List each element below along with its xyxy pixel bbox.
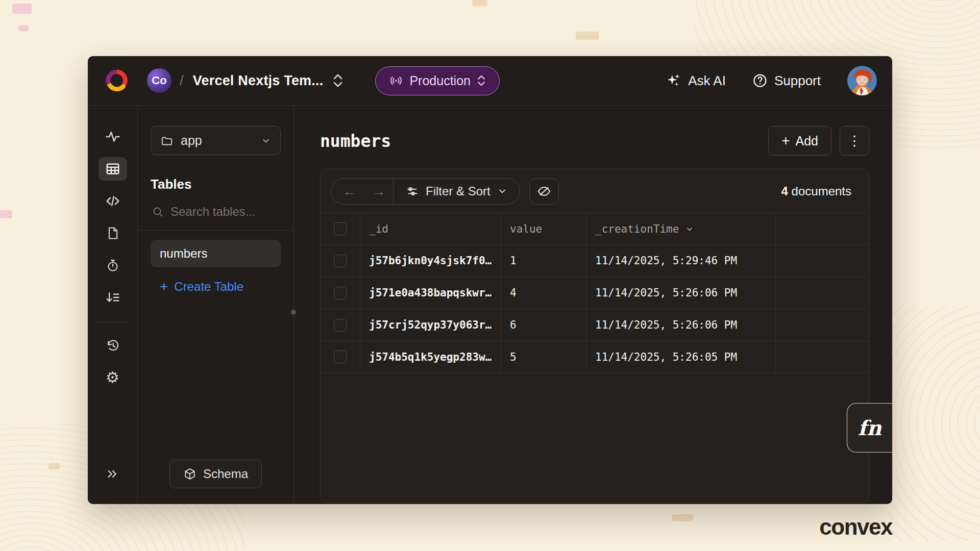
forward-arrow-icon: →	[372, 184, 385, 199]
column-header-creation-time[interactable]: _creationTime	[586, 213, 775, 244]
files-nav-file-icon[interactable]	[99, 221, 127, 245]
column-header-label: value	[510, 223, 542, 235]
cell-value[interactable]: 4	[501, 277, 586, 309]
history-nav-icon[interactable]	[99, 334, 127, 357]
expand-sidebar-button[interactable]	[99, 462, 127, 486]
history-filter-group: ← → Filter & Sort	[331, 178, 520, 205]
column-header-label: _creationTime	[595, 223, 679, 235]
cell-creation-time[interactable]: 11/14/2025, 5:26:06 PM	[586, 309, 775, 341]
table-item-label: numbers	[160, 246, 207, 260]
cube-icon	[183, 467, 197, 481]
schema-button[interactable]: Schema	[169, 460, 262, 488]
cell-id[interactable]: j574b5q1k5yegp283w…	[360, 341, 501, 372]
column-header-label: _id	[369, 223, 388, 235]
sort-chevron-down-icon[interactable]	[685, 224, 694, 234]
cell-creation-time[interactable]: 11/14/2025, 5:26:06 PM	[586, 277, 775, 309]
row-checkbox[interactable]	[334, 287, 347, 299]
project-switcher-chevrons-icon[interactable]	[332, 73, 344, 88]
table-row[interactable]: j57crj52qyp37y063r… 6 11/14/2025, 5:26:0…	[321, 309, 869, 341]
chevrons-up-down-icon	[477, 74, 486, 87]
component-selector-button[interactable]: app	[151, 126, 281, 155]
chevron-down-icon	[261, 136, 271, 146]
cell-id[interactable]: j57crj52qyp37y063r…	[360, 309, 501, 341]
kebab-icon: ⋮	[848, 133, 862, 149]
add-document-button[interactable]: + Add	[768, 126, 831, 156]
user-avatar-image	[847, 66, 877, 95]
support-label: Support	[774, 73, 821, 89]
hide-columns-button[interactable]	[529, 178, 559, 205]
breadcrumb-separator: /	[180, 72, 184, 89]
settings-gear-icon[interactable]: ⚙	[99, 366, 127, 389]
column-header-empty	[775, 213, 869, 244]
cell-creation-time[interactable]: 11/14/2025, 5:26:05 PM	[586, 341, 775, 372]
create-table-label: Create Table	[174, 280, 243, 294]
tables-heading: Tables	[151, 177, 281, 192]
help-circle-icon	[752, 73, 768, 88]
support-button[interactable]: Support	[752, 73, 821, 89]
sidebar-table-item-numbers[interactable]: numbers	[151, 240, 281, 267]
broadcast-icon	[389, 73, 403, 88]
data-nav-table-icon[interactable]	[99, 157, 127, 181]
chevrons-right-icon	[106, 467, 120, 481]
user-avatar[interactable]	[847, 66, 877, 95]
convex-logo-icon[interactable]	[103, 67, 130, 94]
column-header-id[interactable]: _id	[360, 213, 501, 244]
table-row[interactable]: j571e0a438bapqskwr… 4 11/14/2025, 5:26:0…	[321, 277, 869, 309]
documents-count-label: documents	[792, 184, 851, 198]
decorative-rect	[18, 26, 29, 31]
decorative-rect	[576, 32, 599, 40]
create-table-button[interactable]: + Create Table	[151, 273, 281, 300]
contour-pattern-right	[888, 306, 980, 541]
table-overflow-menu-button[interactable]: ⋮	[840, 126, 869, 156]
cell-empty	[775, 341, 869, 372]
decorative-rect	[12, 4, 32, 14]
deployment-label: Production	[409, 73, 471, 88]
table-row[interactable]: j574b5q1k5yegp283w… 5 11/14/2025, 5:26:0…	[321, 341, 869, 373]
fn-tab-label: fn	[858, 416, 881, 440]
filter-sort-label: Filter & Sort	[426, 184, 491, 198]
add-button-label: Add	[796, 134, 818, 148]
team-avatar-label: Co	[152, 74, 166, 87]
cell-empty	[775, 277, 869, 309]
component-selector-label: app	[181, 133, 202, 148]
functions-nav-code-icon[interactable]	[99, 189, 127, 213]
search-tables-input[interactable]: Search tables...	[151, 205, 281, 230]
eye-off-icon	[537, 184, 551, 198]
row-checkbox[interactable]	[334, 319, 347, 332]
cell-id[interactable]: j571e0a438bapqskwr…	[360, 277, 501, 309]
app-header: Co / Vercel Nextjs Tem... Production	[88, 56, 892, 106]
ask-ai-button[interactable]: Ask AI	[666, 73, 726, 89]
back-button[interactable]: ←	[331, 179, 364, 204]
plus-icon: +	[160, 280, 168, 294]
row-checkbox[interactable]	[334, 350, 347, 363]
documents-count: 4 documents	[781, 184, 859, 198]
cell-creation-time[interactable]: 11/14/2025, 5:29:46 PM	[586, 245, 775, 277]
select-all-checkbox[interactable]	[334, 222, 347, 235]
cell-empty	[775, 309, 869, 341]
team-avatar[interactable]: Co	[147, 68, 172, 93]
project-name[interactable]: Vercel Nextjs Tem...	[193, 73, 324, 89]
deployment-selector-button[interactable]: Production	[375, 66, 500, 95]
page-title: numbers	[320, 131, 391, 151]
search-icon	[152, 206, 164, 218]
decorative-rect	[472, 0, 487, 6]
filter-sort-button[interactable]: Filter & Sort	[394, 179, 520, 204]
column-header-value[interactable]: value	[501, 213, 586, 244]
forward-button[interactable]: →	[364, 179, 393, 204]
cell-id[interactable]: j57b6jkn0y4sjsk7f0…	[360, 245, 501, 277]
plus-icon: +	[781, 134, 790, 148]
table-row[interactable]: j57b6jkn0y4sjsk7f0… 1 11/14/2025, 5:29:4…	[321, 244, 869, 277]
cell-value[interactable]: 1	[501, 245, 586, 277]
logs-nav-sort-icon[interactable]	[99, 286, 127, 309]
sliders-icon	[406, 185, 419, 198]
cell-value[interactable]: 5	[501, 341, 586, 372]
data-main-area: numbers + Add ⋮ ←	[294, 106, 892, 504]
schedules-nav-stopwatch-icon[interactable]	[99, 254, 127, 277]
row-checkbox[interactable]	[334, 255, 347, 267]
health-nav-activity-icon[interactable]	[99, 125, 127, 148]
decorative-rect	[48, 463, 60, 469]
table-header-row: _id value _creationTime	[321, 213, 869, 244]
function-runner-tab[interactable]: fn	[847, 403, 892, 453]
cell-value[interactable]: 6	[501, 309, 586, 341]
convex-wordmark: convex	[819, 514, 892, 540]
